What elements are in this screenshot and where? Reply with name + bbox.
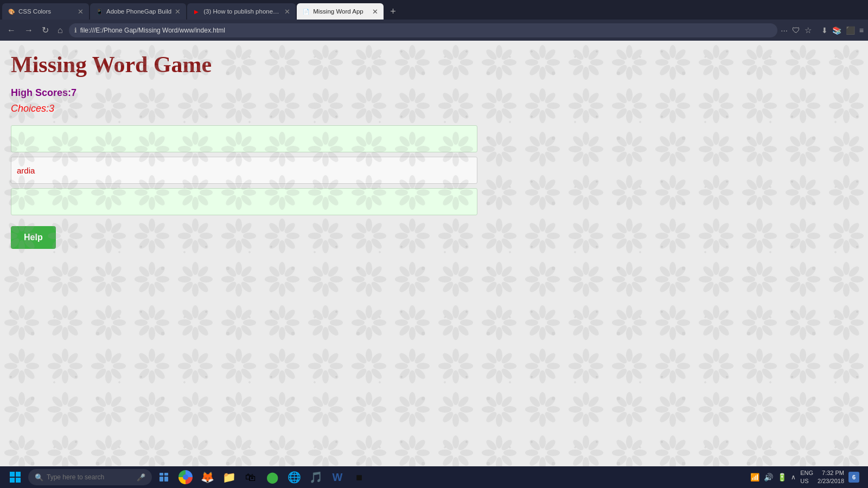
tab-phonegap-build[interactable]: 📱 Adobe PhoneGap Build ✕	[90, 3, 186, 20]
start-button[interactable]	[4, 467, 26, 487]
taskbar-search-icon: 🔍	[35, 473, 43, 481]
locale-region: US	[800, 477, 813, 485]
download-icon[interactable]: ⬇	[821, 26, 828, 35]
volume-icon[interactable]: 🔊	[764, 473, 773, 481]
browser-right-actions: ⬇ 📚 ⬛ ≡	[821, 26, 864, 35]
help-button[interactable]: Help	[11, 226, 56, 249]
taskbar-search[interactable]: 🔍 🎤	[28, 469, 152, 485]
word-box-answer-text: ardia	[17, 166, 35, 175]
tab-css-colors[interactable]: 🎨 CSS Colors ✕	[2, 3, 89, 20]
taskbar-word-icon[interactable]: W	[328, 467, 347, 487]
sidebar-icon[interactable]: ⬛	[846, 26, 855, 35]
microphone-icon[interactable]: 🎤	[137, 473, 145, 481]
lock-icon: ℹ	[74, 27, 77, 34]
word-box-1	[11, 125, 477, 152]
tab-bar: 🎨 CSS Colors ✕ 📱 Adobe PhoneGap Build ✕ …	[0, 0, 868, 20]
tab-title-missing: Missing Word App	[313, 8, 369, 15]
taskbar-chrome-icon[interactable]	[176, 467, 195, 487]
taskbar-black-icon[interactable]: ■	[349, 467, 369, 487]
word-box-3	[11, 188, 477, 215]
refresh-button[interactable]: ↻	[39, 23, 52, 37]
high-scores-display: High Scores:7	[11, 87, 857, 99]
url-display: file:///E:/Phone Gap/Missing Word/www/in…	[80, 27, 773, 34]
svg-rect-2	[10, 478, 15, 483]
time-display: 7:32 PM	[818, 469, 844, 477]
tab-favicon-missing: 📄	[302, 8, 310, 15]
taskbar-explorer-icon[interactable]: 📁	[219, 467, 239, 487]
game-title: Missing Word Game	[11, 52, 857, 78]
taskbar-store-icon[interactable]: 🛍	[241, 467, 260, 487]
tab-close-publish[interactable]: ✕	[284, 8, 290, 16]
notification-badge[interactable]: 6	[848, 472, 859, 483]
new-tab-button[interactable]: +	[387, 6, 399, 17]
locale-display: ENG US	[800, 469, 813, 486]
library-icon[interactable]: 📚	[832, 26, 841, 35]
chrome-logo-icon	[178, 470, 193, 484]
tab-favicon-phonegap: 📱	[95, 8, 103, 15]
svg-rect-1	[16, 472, 21, 477]
word-box-answer: ardia	[11, 157, 477, 184]
taskbar-ie-icon[interactable]: 🌐	[284, 467, 304, 487]
taskbar-green-icon[interactable]: ⬤	[263, 467, 282, 487]
system-tray: 📶 🔊 🔋 ∧ ENG US 7:32 PM 2/23/2018 6	[750, 469, 864, 486]
taskbar-search-input[interactable]	[47, 473, 133, 481]
home-button[interactable]: ⌂	[55, 23, 66, 37]
browser-chrome: 🎨 CSS Colors ✕ 📱 Adobe PhoneGap Build ✕ …	[0, 0, 868, 41]
tab-title-publish: (3) How to publish phonegap a...	[203, 8, 281, 15]
tab-favicon-css: 🎨	[8, 8, 15, 15]
choices-label: Choices:	[11, 103, 49, 114]
svg-rect-6	[159, 477, 163, 481]
nav-right-icons: ··· 🛡 ☆	[781, 25, 812, 35]
bookmark-icon[interactable]: ☆	[805, 25, 812, 35]
pocket-icon[interactable]: 🛡	[792, 25, 800, 35]
task-view-icon	[159, 472, 169, 482]
tab-favicon-publish: ▶	[193, 8, 200, 15]
svg-rect-7	[164, 477, 168, 481]
more-options-icon[interactable]: ···	[781, 25, 788, 35]
svg-rect-3	[16, 478, 21, 483]
menu-icon[interactable]: ≡	[859, 26, 864, 35]
svg-rect-0	[10, 472, 15, 477]
date-display: 2/23/2018	[818, 477, 844, 485]
windows-logo-icon	[10, 472, 21, 483]
forward-button[interactable]: →	[22, 23, 36, 37]
tab-title-phonegap: Adobe PhoneGap Build	[106, 8, 171, 15]
svg-rect-5	[164, 473, 168, 476]
tab-close-missing[interactable]: ✕	[372, 8, 378, 16]
battery-icon[interactable]: 🔋	[777, 473, 787, 481]
tab-close-css[interactable]: ✕	[78, 8, 84, 16]
taskbar-task-view[interactable]	[154, 467, 174, 487]
tab-missing-word[interactable]: 📄 Missing Word App ✕	[297, 3, 384, 20]
address-bar[interactable]: ℹ file:///E:/Phone Gap/Missing Word/www/…	[69, 23, 778, 37]
high-scores-value: 7	[71, 87, 76, 98]
taskbar-media-icon[interactable]: 🎵	[306, 467, 326, 487]
svg-rect-4	[159, 473, 163, 476]
tab-publish-phonegap[interactable]: ▶ (3) How to publish phonegap a... ✕	[187, 3, 296, 20]
taskbar-firefox-icon[interactable]: 🦊	[197, 467, 217, 487]
nav-bar: ← → ↻ ⌂ ℹ file:///E:/Phone Gap/Missing W…	[0, 20, 868, 41]
expand-tray-icon[interactable]: ∧	[791, 473, 796, 481]
choices-value: 3	[49, 103, 54, 114]
clock-display[interactable]: 7:32 PM 2/23/2018	[818, 469, 844, 486]
tab-close-phonegap[interactable]: ✕	[175, 8, 181, 16]
back-button[interactable]: ←	[4, 23, 18, 37]
high-scores-label: High Scores:	[11, 87, 71, 98]
tab-title-css: CSS Colors	[18, 8, 74, 15]
network-icon[interactable]: 📶	[750, 473, 760, 481]
page-content: Missing Word Game High Scores:7 Choices:…	[0, 41, 868, 466]
choices-display: Choices:3	[11, 103, 857, 114]
locale-lang: ENG	[800, 469, 813, 477]
taskbar: 🔍 🎤 🦊 📁 🛍 ⬤ 🌐 🎵 W ■ 📶 🔊 🔋 ∧ E	[0, 466, 868, 488]
